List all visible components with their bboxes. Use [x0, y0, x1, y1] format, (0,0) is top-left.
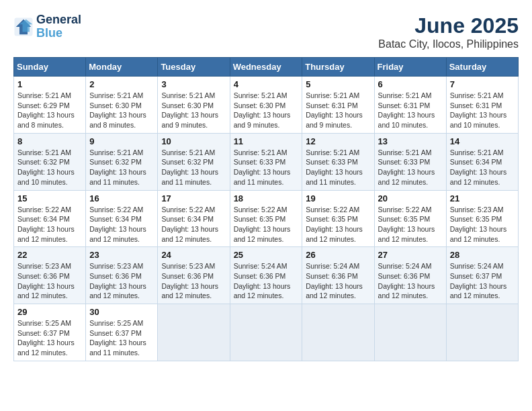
month-title: June 2025 — [378, 13, 519, 38]
table-row — [374, 304, 446, 361]
day-number: 28 — [450, 250, 515, 260]
table-row: 23 Sunrise: 5:23 AM Sunset: 6:36 PM Dayl… — [86, 247, 158, 304]
day-number: 26 — [306, 250, 370, 260]
day-info: Sunrise: 5:22 AM Sunset: 6:35 PM Dayligh… — [378, 205, 443, 244]
day-number: 2 — [89, 79, 154, 89]
table-row: 13 Sunrise: 5:21 AM Sunset: 6:33 PM Dayl… — [374, 133, 446, 190]
table-row: 4 Sunrise: 5:21 AM Sunset: 6:30 PM Dayli… — [230, 77, 302, 134]
day-number: 19 — [306, 193, 370, 203]
day-number: 22 — [17, 250, 82, 260]
title-block: June 2025 Batac City, Ilocos, Philippine… — [378, 13, 519, 50]
day-number: 12 — [306, 136, 370, 146]
day-number: 13 — [378, 136, 443, 146]
table-row: 2 Sunrise: 5:21 AM Sunset: 6:30 PM Dayli… — [86, 77, 158, 134]
table-row: 25 Sunrise: 5:24 AM Sunset: 6:36 PM Dayl… — [230, 247, 302, 304]
day-info: Sunrise: 5:22 AM Sunset: 6:34 PM Dayligh… — [89, 205, 154, 244]
col-monday: Monday — [86, 58, 158, 77]
day-info: Sunrise: 5:22 AM Sunset: 6:35 PM Dayligh… — [234, 205, 299, 244]
table-row: 9 Sunrise: 5:21 AM Sunset: 6:32 PM Dayli… — [86, 133, 158, 190]
calendar-header-row: Sunday Monday Tuesday Wednesday Thursday… — [14, 58, 519, 77]
day-info: Sunrise: 5:21 AM Sunset: 6:33 PM Dayligh… — [378, 148, 443, 187]
table-row: 28 Sunrise: 5:24 AM Sunset: 6:37 PM Dayl… — [446, 247, 518, 304]
day-info: Sunrise: 5:21 AM Sunset: 6:31 PM Dayligh… — [306, 91, 370, 130]
day-info: Sunrise: 5:24 AM Sunset: 6:37 PM Dayligh… — [450, 261, 515, 301]
day-info: Sunrise: 5:21 AM Sunset: 6:32 PM Dayligh… — [89, 148, 154, 187]
day-number: 20 — [378, 193, 443, 203]
table-row: 12 Sunrise: 5:21 AM Sunset: 6:33 PM Dayl… — [302, 133, 374, 190]
calendar-week-row: 15 Sunrise: 5:22 AM Sunset: 6:34 PM Dayl… — [14, 190, 519, 247]
day-info: Sunrise: 5:24 AM Sunset: 6:36 PM Dayligh… — [378, 261, 443, 301]
day-info: Sunrise: 5:24 AM Sunset: 6:36 PM Dayligh… — [234, 261, 299, 301]
day-number: 15 — [17, 193, 82, 203]
day-number: 6 — [378, 79, 443, 89]
day-info: Sunrise: 5:25 AM Sunset: 6:37 PM Dayligh… — [89, 318, 154, 358]
day-info: Sunrise: 5:22 AM Sunset: 6:34 PM Dayligh… — [17, 205, 82, 244]
day-number: 25 — [234, 250, 299, 260]
table-row: 26 Sunrise: 5:24 AM Sunset: 6:36 PM Dayl… — [302, 247, 374, 304]
table-row: 3 Sunrise: 5:21 AM Sunset: 6:30 PM Dayli… — [158, 77, 230, 134]
calendar-week-row: 1 Sunrise: 5:21 AM Sunset: 6:29 PM Dayli… — [14, 77, 519, 134]
table-row: 17 Sunrise: 5:22 AM Sunset: 6:34 PM Dayl… — [158, 190, 230, 247]
day-number: 16 — [89, 193, 154, 203]
table-row: 7 Sunrise: 5:21 AM Sunset: 6:31 PM Dayli… — [446, 77, 518, 134]
day-info: Sunrise: 5:21 AM Sunset: 6:30 PM Dayligh… — [234, 91, 299, 130]
table-row: 27 Sunrise: 5:24 AM Sunset: 6:36 PM Dayl… — [374, 247, 446, 304]
day-number: 1 — [17, 79, 82, 89]
table-row: 14 Sunrise: 5:21 AM Sunset: 6:34 PM Dayl… — [446, 133, 518, 190]
day-number: 3 — [161, 79, 226, 89]
location-title: Batac City, Ilocos, Philippines — [378, 38, 519, 50]
table-row: 16 Sunrise: 5:22 AM Sunset: 6:34 PM Dayl… — [86, 190, 158, 247]
day-info: Sunrise: 5:21 AM Sunset: 6:29 PM Dayligh… — [17, 91, 82, 130]
table-row: 8 Sunrise: 5:21 AM Sunset: 6:32 PM Dayli… — [14, 133, 86, 190]
day-number: 30 — [89, 307, 154, 317]
day-info: Sunrise: 5:22 AM Sunset: 6:35 PM Dayligh… — [306, 205, 370, 244]
day-info: Sunrise: 5:23 AM Sunset: 6:36 PM Dayligh… — [17, 261, 82, 301]
page-header: General Blue June 2025 Batac City, Iloco… — [13, 13, 519, 50]
day-info: Sunrise: 5:25 AM Sunset: 6:37 PM Dayligh… — [17, 318, 82, 358]
day-number: 11 — [234, 136, 299, 146]
table-row: 24 Sunrise: 5:23 AM Sunset: 6:36 PM Dayl… — [158, 247, 230, 304]
day-number: 4 — [234, 79, 299, 89]
day-number: 9 — [89, 136, 154, 146]
day-info: Sunrise: 5:23 AM Sunset: 6:36 PM Dayligh… — [161, 261, 226, 301]
day-info: Sunrise: 5:21 AM Sunset: 6:32 PM Dayligh… — [161, 148, 226, 187]
day-info: Sunrise: 5:21 AM Sunset: 6:30 PM Dayligh… — [89, 91, 154, 130]
day-info: Sunrise: 5:21 AM Sunset: 6:31 PM Dayligh… — [378, 91, 443, 130]
logo-icon — [13, 17, 34, 37]
table-row: 20 Sunrise: 5:22 AM Sunset: 6:35 PM Dayl… — [374, 190, 446, 247]
logo: General Blue — [13, 13, 81, 40]
day-number: 7 — [450, 79, 515, 89]
day-info: Sunrise: 5:21 AM Sunset: 6:33 PM Dayligh… — [234, 148, 299, 187]
day-info: Sunrise: 5:23 AM Sunset: 6:35 PM Dayligh… — [450, 205, 515, 244]
day-number: 17 — [161, 193, 226, 203]
day-info: Sunrise: 5:21 AM Sunset: 6:32 PM Dayligh… — [17, 148, 82, 187]
col-sunday: Sunday — [14, 58, 86, 77]
table-row: 18 Sunrise: 5:22 AM Sunset: 6:35 PM Dayl… — [230, 190, 302, 247]
calendar-week-row: 29 Sunrise: 5:25 AM Sunset: 6:37 PM Dayl… — [14, 304, 519, 361]
day-number: 10 — [161, 136, 226, 146]
day-number: 18 — [234, 193, 299, 203]
calendar-week-row: 8 Sunrise: 5:21 AM Sunset: 6:32 PM Dayli… — [14, 133, 519, 190]
calendar: Sunday Monday Tuesday Wednesday Thursday… — [13, 57, 519, 361]
table-row — [158, 304, 230, 361]
table-row — [446, 304, 518, 361]
table-row: 11 Sunrise: 5:21 AM Sunset: 6:33 PM Dayl… — [230, 133, 302, 190]
table-row: 15 Sunrise: 5:22 AM Sunset: 6:34 PM Dayl… — [14, 190, 86, 247]
day-info: Sunrise: 5:21 AM Sunset: 6:31 PM Dayligh… — [450, 91, 515, 130]
table-row: 19 Sunrise: 5:22 AM Sunset: 6:35 PM Dayl… — [302, 190, 374, 247]
table-row: 29 Sunrise: 5:25 AM Sunset: 6:37 PM Dayl… — [14, 304, 86, 361]
col-tuesday: Tuesday — [158, 58, 230, 77]
table-row: 5 Sunrise: 5:21 AM Sunset: 6:31 PM Dayli… — [302, 77, 374, 134]
day-number: 5 — [306, 79, 370, 89]
table-row: 6 Sunrise: 5:21 AM Sunset: 6:31 PM Dayli… — [374, 77, 446, 134]
calendar-week-row: 22 Sunrise: 5:23 AM Sunset: 6:36 PM Dayl… — [14, 247, 519, 304]
logo-text: General Blue — [36, 13, 81, 40]
day-info: Sunrise: 5:21 AM Sunset: 6:33 PM Dayligh… — [306, 148, 370, 187]
day-number: 27 — [378, 250, 443, 260]
table-row — [302, 304, 374, 361]
col-wednesday: Wednesday — [230, 58, 302, 77]
day-info: Sunrise: 5:21 AM Sunset: 6:30 PM Dayligh… — [161, 91, 226, 130]
table-row: 1 Sunrise: 5:21 AM Sunset: 6:29 PM Dayli… — [14, 77, 86, 134]
col-thursday: Thursday — [302, 58, 374, 77]
table-row: 21 Sunrise: 5:23 AM Sunset: 6:35 PM Dayl… — [446, 190, 518, 247]
